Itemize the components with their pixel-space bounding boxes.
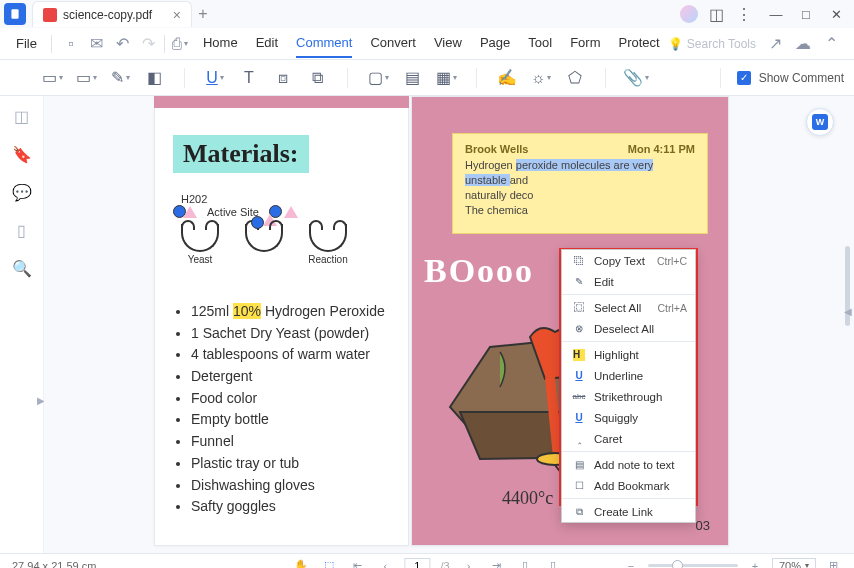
tab-view[interactable]: View — [434, 29, 462, 58]
ctx-copy-text[interactable]: ⿻Copy TextCtrl+C — [562, 250, 695, 271]
menubar: File ▫ ✉ ↶ ↷ ⎙▾ Home Edit Comment Conver… — [0, 28, 854, 60]
comment-toolbar: ▭▾ ▭▾ ✎▾ ◧ U▾ T ⧈ ⧉ ▢▾ ▤ ▦▾ ✍ ☼▾ ⬠ 📎▾ ✓ … — [0, 60, 854, 96]
search-tools[interactable]: 💡 Search Tools — [668, 37, 756, 51]
single-page-icon[interactable]: ▯ — [516, 557, 534, 569]
list-item: Funnel — [191, 431, 390, 453]
ctx-label: Select All — [594, 302, 641, 314]
textbox-tool[interactable]: ⧈ — [271, 66, 295, 90]
print-icon[interactable]: ⎙▾ — [171, 35, 189, 53]
close-tab-icon[interactable]: × — [173, 7, 181, 23]
sticky-note[interactable]: Brook Wells Mon 4:11 PM Hydrogen peroxid… — [452, 133, 708, 234]
tab-edit[interactable]: Edit — [256, 29, 278, 58]
undo-icon[interactable]: ↶ — [114, 35, 132, 53]
approve-tool[interactable]: ⬠ — [563, 66, 587, 90]
expand-right-icon[interactable]: ◀ — [844, 306, 854, 324]
ctx-strikethrough[interactable]: abcStrikethrough — [562, 386, 695, 407]
edit-icon: ✎ — [570, 275, 588, 289]
tab-comment[interactable]: Comment — [296, 29, 352, 58]
ctx-edit[interactable]: ✎Edit — [562, 271, 695, 292]
note-author: Brook Wells — [465, 143, 528, 155]
squiggly-icon: U — [570, 411, 588, 425]
ctx-deselect-all[interactable]: ⊗Deselect All — [562, 318, 695, 339]
document-tab[interactable]: science-copy.pdf × — [32, 1, 192, 27]
stamp2-tool[interactable]: ☼▾ — [529, 66, 553, 90]
zoom-in-button[interactable]: + — [746, 557, 764, 569]
ctx-select-all[interactable]: ⿴Select AllCtrl+A — [562, 297, 695, 318]
show-comment-checkbox[interactable]: ✓ — [737, 71, 751, 85]
ctx-add-bookmark[interactable]: ☐Add Bookmark — [562, 475, 695, 496]
prev-page-button[interactable]: ‹ — [376, 557, 394, 569]
ctx-label: Add note to text — [594, 459, 675, 471]
pencil-tool[interactable]: ✎▾ — [108, 66, 132, 90]
shapes-tool[interactable]: ▢▾ — [366, 66, 390, 90]
signature-tool[interactable]: ✍ — [495, 66, 519, 90]
h2o2-label: H202 — [181, 193, 390, 205]
hand-tool-icon[interactable]: ✋ — [292, 557, 310, 569]
next-page-button[interactable]: › — [460, 557, 478, 569]
ctx-underline[interactable]: UUnderline — [562, 365, 695, 386]
zoom-slider[interactable] — [648, 564, 738, 567]
boom-text: BOooo — [424, 252, 534, 290]
account-icon[interactable] — [680, 5, 698, 23]
ctx-shortcut: Ctrl+C — [657, 255, 687, 267]
active-site-label: Active Site — [207, 206, 259, 218]
left-panel: ◫ 🔖 💬 ▯ 🔍 ▶ — [0, 96, 44, 553]
comments-icon[interactable]: 💬 — [12, 182, 32, 202]
maximize-button[interactable]: □ — [792, 2, 820, 26]
search-panel-icon[interactable]: 🔍 — [12, 258, 32, 278]
page-dimensions: 27.94 x 21.59 cm — [12, 560, 96, 569]
share-icon[interactable]: ↗ — [766, 35, 784, 53]
two-page-icon[interactable]: ▯ — [544, 557, 562, 569]
file-menu[interactable]: File — [8, 32, 45, 55]
tab-page[interactable]: Page — [480, 29, 510, 58]
first-page-button[interactable]: ⇤ — [348, 557, 366, 569]
minimize-button[interactable]: — — [762, 2, 790, 26]
tab-home[interactable]: Home — [203, 29, 238, 58]
tab-form[interactable]: Form — [570, 29, 600, 58]
document-canvas[interactable]: Materials: H202 Active Site Yeast Reacti… — [44, 96, 854, 553]
word-icon: W — [812, 114, 828, 130]
attach-tool[interactable]: 📎▾ — [624, 66, 648, 90]
text-tool[interactable]: T — [237, 66, 261, 90]
notification-icon[interactable]: ◫ — [706, 4, 726, 24]
highlight-tool[interactable]: ▭▾ — [74, 66, 98, 90]
callout-tool[interactable]: ⧉ — [305, 66, 329, 90]
save-icon[interactable]: ▫ — [62, 35, 80, 53]
underline-tool[interactable]: U▾ — [203, 66, 227, 90]
collapse-ribbon-icon[interactable]: ⌃ — [822, 35, 840, 53]
page-input[interactable] — [404, 558, 430, 569]
ctx-add-note-to-text[interactable]: ▤Add note to text — [562, 454, 695, 475]
stamp-tool[interactable]: ▤ — [400, 66, 424, 90]
kebab-menu-icon[interactable]: ⋮ — [734, 4, 754, 24]
mail-icon[interactable]: ✉ — [88, 35, 106, 53]
ctx-label: Caret — [594, 433, 622, 445]
fit-page-icon[interactable]: ⊞ — [824, 557, 842, 569]
cloud-icon[interactable]: ☁ — [794, 35, 812, 53]
ctx-create-link[interactable]: ⧉Create Link — [562, 501, 695, 522]
thumbnails-icon[interactable]: ◫ — [12, 106, 32, 126]
last-page-button[interactable]: ⇥ — [488, 557, 506, 569]
statusbar: 27.94 x 21.59 cm ✋ ⬚ ⇤ ‹ /3 › ⇥ ▯ ▯ − + … — [0, 553, 854, 568]
close-window-button[interactable]: ✕ — [822, 2, 850, 26]
eraser-tool[interactable]: ◧ — [142, 66, 166, 90]
tab-protect[interactable]: Protect — [618, 29, 659, 58]
word-export-badge[interactable]: W — [806, 108, 834, 136]
menu-tabs: Home Edit Comment Convert View Page Tool… — [203, 29, 660, 58]
ctx-caret[interactable]: ‸Caret — [562, 428, 695, 449]
zoom-level[interactable]: 70%▾ — [772, 558, 816, 569]
zoom-out-button[interactable]: − — [622, 557, 640, 569]
tab-convert[interactable]: Convert — [370, 29, 416, 58]
bookmarks-icon[interactable]: 🔖 — [12, 144, 32, 164]
select-tool-icon[interactable]: ⬚ — [320, 557, 338, 569]
temperature-label: 4400°c — [502, 488, 553, 509]
tab-tool[interactable]: Tool — [528, 29, 552, 58]
note-tool[interactable]: ▭▾ — [40, 66, 64, 90]
ctx-squiggly[interactable]: USquiggly — [562, 407, 695, 428]
attachments-icon[interactable]: ▯ — [12, 220, 32, 240]
ctx-highlight[interactable]: HHighlight — [562, 344, 695, 365]
page-number: 03 — [696, 518, 710, 533]
measure-tool[interactable]: ▦▾ — [434, 66, 458, 90]
ctx-label: Strikethrough — [594, 391, 662, 403]
redo-icon[interactable]: ↷ — [140, 35, 158, 53]
new-tab-button[interactable]: + — [192, 5, 214, 23]
